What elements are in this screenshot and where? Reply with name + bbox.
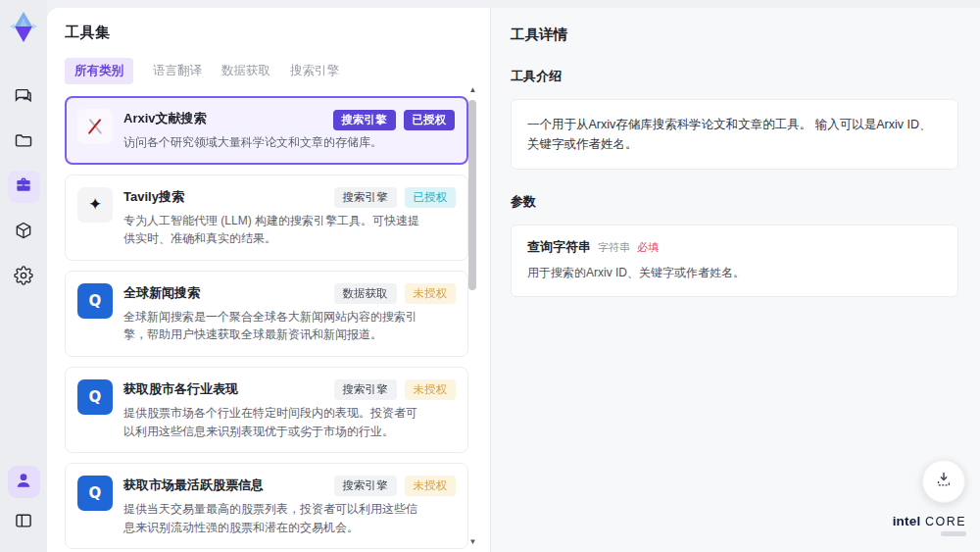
tavily-star-icon: ✦: [77, 187, 113, 223]
download-icon: [934, 470, 954, 493]
tab-all-categories[interactable]: 所有类别: [65, 58, 133, 84]
tool-card-arxiv[interactable]: Arxiv文献搜索 访问各个研究领域大量科学论文和文章的存储库。 搜索引擎 已授…: [65, 96, 468, 165]
sidebar-toggle-icon: [14, 511, 33, 534]
tool-list-panel: 工具集 所有类别 语言翻译 数据获取 搜索引擎 Arxiv文献搜索 访问各个研究…: [47, 8, 490, 552]
main-window: 工具集 所有类别 语言翻译 数据获取 搜索引擎 Arxiv文献搜索 访问各个研究…: [47, 8, 980, 552]
param-required-flag: 必填: [637, 240, 659, 255]
tool-card-active-stocks[interactable]: Q 获取市场最活跃股票信息 提供当天交易量最高的股票列表，投资者可以利用这些信息…: [65, 463, 468, 549]
auth-status-badge: 已授权: [404, 110, 456, 130]
brand-subtext-bar: [941, 531, 966, 536]
scroll-up-icon[interactable]: ▲: [467, 86, 478, 94]
param-type: 字符串: [598, 240, 630, 255]
intro-text: 一个用于从Arxiv存储库搜索科学论文和文章的工具。 输入可以是Arxiv ID…: [511, 99, 958, 170]
tab-search-engine[interactable]: 搜索引擎: [290, 63, 339, 79]
news-search-icon: Q: [77, 283, 113, 319]
folder-icon: [14, 130, 33, 154]
tool-description: 提供当天交易量最高的股票列表，投资者可以利用这些信息来识别流动性强的股票和潜在的…: [123, 500, 421, 536]
app-sidebar: [0, 0, 47, 552]
tab-language-translation[interactable]: 语言翻译: [153, 63, 202, 79]
briefcase-icon: [14, 176, 33, 199]
cube-icon: [14, 221, 33, 244]
sidebar-item-account[interactable]: [8, 466, 40, 498]
page-title: 工具集: [65, 24, 490, 42]
tool-list: Arxiv文献搜索 访问各个研究领域大量科学论文和文章的存储库。 搜索引擎 已授…: [65, 96, 468, 552]
sidebar-item-collapse[interactable]: [8, 506, 40, 538]
list-scrollbar[interactable]: ▲ ▼: [467, 86, 478, 546]
tool-card-stock-sector[interactable]: Q 获取股市各行业表现 提供股票市场各个行业在特定时间段内的表现。投资者可以利用…: [65, 367, 468, 453]
param-name: 查询字符串: [527, 238, 591, 256]
tool-description: 全球新闻搜索是一个聚合全球各大新闻网站内容的搜索引擎，帮助用户快速获取全球最新资…: [123, 308, 421, 344]
category-badge: 搜索引擎: [334, 476, 397, 496]
auth-status-badge: 未授权: [405, 283, 457, 304]
category-badge: 搜索引擎: [333, 110, 396, 130]
stock-sector-icon: Q: [77, 379, 113, 415]
category-badge: 搜索引擎: [334, 187, 397, 208]
auth-status-badge: 未授权: [405, 476, 457, 496]
user-icon: [14, 471, 33, 494]
auth-status-badge: 已授权: [405, 187, 457, 208]
sidebar-item-packages[interactable]: [8, 216, 40, 248]
category-tabs: 所有类别 语言翻译 数据获取 搜索引擎: [65, 58, 490, 84]
intro-heading: 工具介绍: [511, 68, 958, 85]
param-description: 用于搜索的Arxiv ID、关键字或作者姓名。: [527, 265, 942, 281]
sidebar-item-settings[interactable]: [8, 261, 40, 293]
detail-title: 工具详情: [511, 25, 958, 44]
app-logo-icon: [7, 10, 40, 45]
category-badge: 搜索引擎: [334, 379, 397, 400]
arxiv-logo-icon: [77, 109, 113, 144]
tool-card-tavily[interactable]: ✦ Tavily搜索 专为人工智能代理 (LLM) 构建的搜索引擎工具。可快速提…: [65, 175, 468, 261]
chat-icon: [14, 85, 33, 109]
tab-data-fetch[interactable]: 数据获取: [221, 63, 270, 79]
tool-description: 专为人工智能代理 (LLM) 构建的搜索引擎工具。可快速提供实时、准确和真实的结…: [123, 212, 421, 248]
sidebar-item-tools[interactable]: [8, 171, 40, 203]
core-wordmark: core: [925, 515, 966, 528]
scroll-down-icon[interactable]: ▼: [467, 538, 478, 546]
sidebar-item-chat[interactable]: [8, 80, 40, 113]
tool-card-global-news[interactable]: Q 全球新闻搜索 全球新闻搜索是一个聚合全球各大新闻网站内容的搜索引擎，帮助用户…: [65, 271, 468, 357]
intel-wordmark: intel: [893, 514, 921, 528]
intel-core-logo: intel core: [893, 512, 966, 536]
tool-description: 访问各个研究领域大量科学论文和文章的存储库。: [123, 133, 421, 152]
download-button[interactable]: [922, 460, 965, 503]
auth-status-badge: 未授权: [405, 379, 457, 400]
scrollbar-thumb[interactable]: [468, 100, 476, 290]
tool-description: 提供股票市场各个行业在特定时间段内的表现。投资者可以利用这些信息来识别表现优于或…: [123, 404, 421, 440]
params-heading: 参数: [511, 193, 958, 211]
sidebar-item-files[interactable]: [8, 125, 40, 158]
parameter-item: 查询字符串 字符串 必填 用于搜索的Arxiv ID、关键字或作者姓名。: [511, 225, 958, 297]
tool-detail-panel: 工具详情 工具介绍 一个用于从Arxiv存储库搜索科学论文和文章的工具。 输入可…: [490, 8, 980, 552]
gear-icon: [14, 266, 33, 289]
active-stocks-icon: Q: [77, 476, 113, 511]
category-badge: 数据获取: [334, 283, 397, 304]
